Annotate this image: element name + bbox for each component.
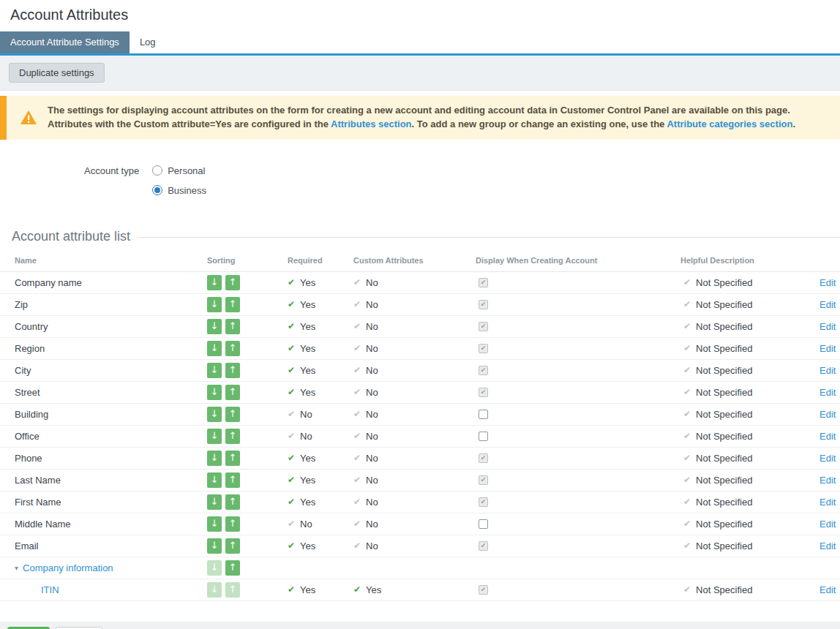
edit-link[interactable]: Edit	[820, 519, 836, 530]
display-when-creating-checkbox[interactable]	[479, 519, 488, 529]
custom-attributes-value: No	[366, 365, 378, 376]
edit-link[interactable]: Edit	[820, 409, 836, 420]
display-when-creating-checkbox[interactable]	[479, 432, 488, 441]
sort-down-button[interactable]: ↓	[207, 472, 222, 488]
duplicate-settings-button[interactable]: Duplicate settings	[9, 63, 105, 83]
sort-down-button[interactable]: ↓	[207, 407, 222, 422]
column-header-helpful-description: Helpful Description	[680, 256, 820, 265]
custom-attributes-value: No	[366, 387, 378, 398]
warning-banner: The settings for displaying account attr…	[0, 96, 840, 140]
sort-up-button[interactable]: ↑	[225, 319, 240, 334]
table-row: Last Name↓↑✔Yes✔No✔✔Not SpecifiedEdit	[0, 470, 840, 491]
required-check-icon: ✔	[288, 343, 295, 353]
display-when-creating-checkbox: ✔	[479, 453, 488, 463]
edit-link[interactable]: Edit	[820, 431, 836, 442]
attribute-name: Country	[15, 321, 48, 332]
column-header-display-when-creating: Display When Creating Account	[476, 256, 680, 265]
required-check-icon: ✔	[288, 541, 295, 551]
helpful-description-value: Not Specified	[696, 365, 752, 376]
required-cell: ✔No	[288, 513, 353, 535]
sort-up-button[interactable]: ↑	[225, 451, 240, 466]
sort-down-button[interactable]: ↓	[207, 341, 222, 356]
sort-up-button[interactable]: ↑	[225, 407, 240, 422]
account-type-label: Account type	[84, 165, 139, 196]
sort-up-button[interactable]: ↑	[225, 363, 240, 378]
custom-attributes-check-icon: ✔	[353, 431, 361, 441]
display-when-creating-checkbox: ✔	[479, 585, 488, 595]
required-cell: ✔Yes	[288, 316, 353, 337]
helpful-description-value: Not Specified	[696, 387, 752, 398]
helpful-description-value: Not Specified	[696, 453, 752, 464]
sort-up-button[interactable]: ↑	[225, 538, 240, 554]
radio-option-business[interactable]: Business	[152, 185, 206, 196]
required-check-icon: ✔	[288, 409, 295, 419]
edit-link[interactable]: Edit	[820, 343, 836, 354]
custom-attributes-value: No	[366, 409, 378, 420]
table-header: Name Sorting Required Custom Attributes …	[0, 256, 840, 272]
sort-down-button[interactable]: ↓	[207, 297, 222, 312]
sort-down-button[interactable]: ↓	[207, 538, 222, 554]
radio-icon[interactable]	[152, 165, 162, 176]
edit-link[interactable]: Edit	[820, 365, 836, 376]
sort-down-button[interactable]: ↓	[207, 385, 222, 400]
edit-link[interactable]: Edit	[820, 299, 836, 310]
sort-down-button[interactable]: ↓	[207, 451, 222, 466]
required-value: Yes	[300, 453, 315, 464]
helpful-description-value: Not Specified	[696, 475, 752, 486]
radio-icon[interactable]	[152, 185, 162, 195]
helpful-description-value: Not Specified	[696, 541, 752, 551]
table-row: ▾Company information↓↑	[0, 557, 840, 579]
custom-attributes-cell: ✔No	[353, 491, 476, 513]
group-name-link[interactable]: Company information	[23, 562, 113, 573]
sort-up-button[interactable]: ↑	[225, 429, 240, 444]
sort-down-button[interactable]: ↓	[207, 429, 222, 444]
edit-link[interactable]: Edit	[820, 497, 836, 508]
edit-link[interactable]: Edit	[820, 387, 836, 398]
sort-down-button[interactable]: ↓	[207, 275, 222, 290]
sort-up-button[interactable]: ↑	[225, 494, 240, 510]
sort-up-button[interactable]: ↑	[225, 516, 240, 532]
table-row: Street↓↑✔Yes✔No✔✔Not SpecifiedEdit	[0, 382, 840, 404]
custom-attributes-cell: ✔No	[353, 448, 476, 469]
display-when-creating-checkbox[interactable]	[479, 410, 488, 419]
tab-log[interactable]: Log	[130, 31, 166, 53]
attribute-categories-section-link[interactable]: Attribute categories section	[667, 118, 792, 129]
custom-attributes-check-icon: ✔	[353, 584, 361, 595]
sort-up-button[interactable]: ↑	[225, 560, 240, 576]
attribute-name-link[interactable]: ITIN	[41, 584, 59, 595]
sort-up-button[interactable]: ↑	[225, 385, 240, 400]
collapse-caret-icon[interactable]: ▾	[15, 564, 18, 572]
sort-up-button[interactable]: ↑	[225, 341, 240, 356]
not-specified-check-icon: ✔	[683, 497, 691, 507]
sort-up-button[interactable]: ↑	[225, 472, 240, 488]
custom-attributes-value: No	[366, 343, 378, 354]
custom-attributes-check-icon: ✔	[353, 321, 361, 331]
tab-account-attribute-settings[interactable]: Account Attribute Settings	[0, 31, 130, 53]
radio-option-personal[interactable]: Personal	[152, 165, 206, 176]
sort-down-button[interactable]: ↓	[207, 516, 222, 532]
required-cell: ✔Yes	[288, 338, 353, 359]
custom-attributes-check-icon: ✔	[353, 453, 361, 463]
edit-link[interactable]: Edit	[820, 321, 836, 332]
edit-link[interactable]: Edit	[820, 453, 836, 464]
radio-option-label: Business	[168, 185, 206, 196]
edit-link[interactable]: Edit	[820, 584, 836, 595]
edit-link[interactable]: Edit	[820, 277, 836, 288]
sort-up-button[interactable]: ↑	[225, 297, 240, 312]
required-check-icon: ✔	[288, 299, 295, 309]
custom-attributes-value: No	[366, 453, 378, 464]
attribute-name: Zip	[15, 299, 28, 310]
attribute-name: Phone	[15, 453, 42, 464]
attributes-section-link[interactable]: Attributes section	[331, 118, 412, 129]
sort-down-button[interactable]: ↓	[207, 363, 222, 378]
sort-up-button[interactable]: ↑	[225, 275, 240, 290]
required-cell: ✔Yes	[288, 579, 353, 600]
required-value: No	[300, 431, 312, 442]
edit-link[interactable]: Edit	[820, 475, 836, 486]
custom-attributes-value: Yes	[366, 584, 381, 595]
sort-down-button[interactable]: ↓	[207, 319, 222, 334]
sort-down-button[interactable]: ↓	[207, 494, 222, 510]
account-type-group: Account type Personal Business	[84, 165, 840, 196]
banner-accent-bar	[0, 96, 7, 140]
edit-link[interactable]: Edit	[820, 541, 836, 551]
